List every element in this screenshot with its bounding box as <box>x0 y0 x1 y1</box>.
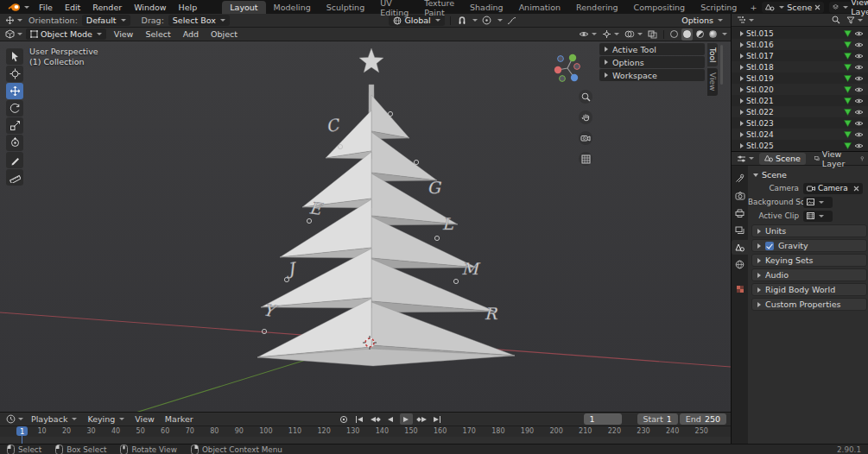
auto-keying-button[interactable] <box>338 413 351 425</box>
visibility-eye-icon[interactable] <box>854 109 864 116</box>
render-properties-tab[interactable] <box>732 188 748 203</box>
viewport-menu-item[interactable]: Add <box>177 28 205 41</box>
viewport-menu-item[interactable]: Select <box>139 28 176 41</box>
outliner-item[interactable]: Stl.018 <box>732 61 868 73</box>
tab-scene[interactable]: Scene <box>759 153 806 165</box>
expand-caret-icon[interactable] <box>740 87 744 92</box>
viewport-menu-item[interactable]: Object <box>205 28 244 41</box>
visibility-eye-icon[interactable] <box>854 142 864 149</box>
ornament-letter[interactable]: G <box>427 178 441 197</box>
ornament-letter[interactable]: E <box>308 198 325 218</box>
active-tool-icon-button[interactable] <box>3 15 24 27</box>
workspace-tab[interactable]: Compositing <box>626 1 694 14</box>
sidebar-panel-header[interactable]: Options <box>599 56 705 68</box>
visibility-eye-icon[interactable] <box>854 30 864 37</box>
transform-tool-button[interactable] <box>6 135 23 151</box>
toggle-xray-button[interactable] <box>646 28 659 41</box>
shading-material-button[interactable] <box>694 28 706 41</box>
shading-options-chevron[interactable] <box>722 33 727 35</box>
keying-sets-panel-header[interactable]: Keying Sets <box>751 254 867 267</box>
navigation-gizmo[interactable] <box>551 52 584 85</box>
frame-start-field[interactable]: Start 1 <box>637 413 678 425</box>
select-box-tool-button[interactable] <box>6 48 23 65</box>
visibility-eye-icon[interactable] <box>854 75 864 82</box>
workspace-tab[interactable]: Modeling <box>266 1 319 14</box>
editor-type-button[interactable] <box>3 28 24 41</box>
previous-keyframe-button[interactable] <box>369 413 382 425</box>
sidebar-scrollbar[interactable] <box>720 45 723 85</box>
outliner-item[interactable]: Stl.022 <box>732 106 868 117</box>
move-tool-button[interactable] <box>6 83 23 99</box>
shading-rendered-button[interactable] <box>707 28 719 41</box>
outliner-editor-type-button[interactable] <box>735 14 756 26</box>
scene-selector[interactable]: Scene <box>762 2 824 13</box>
visibility-eye-icon[interactable] <box>854 131 864 138</box>
proportional-falloff-chevron[interactable] <box>497 19 503 22</box>
scene-panel-header[interactable]: Scene <box>748 168 868 181</box>
snap-toggle-button[interactable] <box>456 15 468 27</box>
sidebar-tab[interactable]: Tool <box>707 43 718 66</box>
cursor-tool-button[interactable] <box>6 66 23 82</box>
tab-view-layer[interactable]: View Layer <box>809 153 853 165</box>
expand-caret-icon[interactable] <box>740 143 744 148</box>
snap-options-chevron[interactable] <box>472 19 478 22</box>
jump-to-start-button[interactable] <box>353 413 366 425</box>
expand-caret-icon[interactable] <box>740 121 744 126</box>
custom-properties-panel-header[interactable]: Custom Properties <box>751 298 867 311</box>
view-layer-properties-tab[interactable] <box>732 223 748 237</box>
gravity-panel-header[interactable]: Gravity <box>751 239 867 252</box>
visibility-eye-icon[interactable] <box>854 86 864 93</box>
outliner-item[interactable]: Stl.017 <box>732 50 868 61</box>
outliner-item[interactable]: Stl.024 <box>732 129 868 140</box>
outliner-item[interactable]: Stl.016 <box>732 39 868 50</box>
next-keyframe-button[interactable] <box>415 413 428 425</box>
close-icon[interactable] <box>814 4 820 10</box>
sidebar-tab[interactable]: View <box>707 68 718 95</box>
options-dropdown[interactable]: Options <box>677 15 727 26</box>
menubar-item[interactable]: Edit <box>59 0 86 14</box>
workspace-tab[interactable]: Texture Paint <box>416 1 462 14</box>
toggle-orthographic-button[interactable] <box>579 152 592 166</box>
show-gizmo-button[interactable] <box>600 28 621 41</box>
texture-properties-tab[interactable] <box>732 281 748 296</box>
outliner-search-button[interactable] <box>830 14 842 26</box>
expand-caret-icon[interactable] <box>740 31 744 36</box>
sidebar-panel-header[interactable]: Active Tool <box>599 43 705 55</box>
workspace-tab[interactable]: UV Editing <box>372 1 416 14</box>
expand-caret-icon[interactable] <box>740 98 744 104</box>
expand-caret-icon[interactable] <box>740 76 744 81</box>
viewport-canvas[interactable]: C G E L J M Y R User Perspective (1) Col… <box>0 41 731 412</box>
visibility-eye-icon[interactable] <box>854 53 864 60</box>
shading-solid-button[interactable] <box>681 28 693 41</box>
outliner-item[interactable]: Stl.015 <box>732 28 868 39</box>
measure-tool-button[interactable] <box>6 169 23 186</box>
visibility-eye-icon[interactable] <box>854 41 864 48</box>
expand-caret-icon[interactable] <box>740 42 744 47</box>
visibility-eye-icon[interactable] <box>854 120 864 127</box>
timeline-ruler[interactable]: 1102030405060708090100110120130140150160… <box>0 426 731 445</box>
mode-dropdown[interactable]: Object Mode <box>26 28 106 40</box>
menubar-item[interactable]: Render <box>86 0 128 14</box>
audio-panel-header[interactable]: Audio <box>751 268 867 281</box>
scene-properties-tab[interactable] <box>732 240 748 255</box>
world-properties-tab[interactable] <box>732 257 748 272</box>
ornament-letter[interactable]: J <box>284 258 299 279</box>
playback-menu[interactable]: Playback <box>27 414 81 424</box>
workspace-tab[interactable]: Shading <box>462 1 511 14</box>
workspace-tab[interactable]: Scripting <box>693 1 744 14</box>
outliner-item[interactable]: Stl.020 <box>732 84 868 95</box>
viewport-menu-item[interactable]: View <box>108 28 140 41</box>
play-button[interactable] <box>400 413 413 425</box>
object-types-visibility-button[interactable] <box>577 28 599 41</box>
playhead[interactable]: 1 <box>16 426 28 436</box>
scale-tool-button[interactable] <box>6 117 23 134</box>
add-workspace-button[interactable]: + <box>744 1 762 14</box>
zoom-button[interactable] <box>579 90 592 104</box>
expand-caret-icon[interactable] <box>740 65 744 70</box>
play-reverse-button[interactable] <box>384 413 397 425</box>
jump-to-end-button[interactable] <box>431 413 444 425</box>
background-scene-field[interactable] <box>803 197 833 208</box>
visibility-eye-icon[interactable] <box>854 64 864 71</box>
sidebar-panel-header[interactable]: Workspace <box>599 69 705 81</box>
menubar-item[interactable]: Help <box>173 0 204 14</box>
